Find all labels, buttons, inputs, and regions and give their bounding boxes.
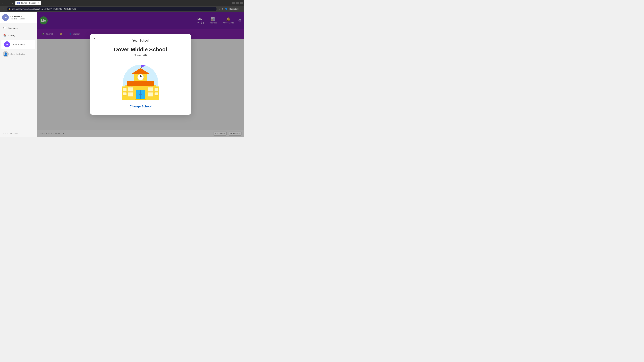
incognito-button[interactable]: Incognito bbox=[229, 8, 238, 10]
bookmark-button[interactable]: ☆ bbox=[218, 8, 220, 10]
close-window-button[interactable] bbox=[240, 2, 243, 4]
modal-school-name: Dover Middle School bbox=[114, 46, 167, 53]
sidebar-user-info: Lauren Deli Teacher · 1 Class bbox=[10, 15, 35, 20]
messages-icon: 💬 bbox=[3, 26, 7, 30]
svg-point-14 bbox=[139, 94, 140, 95]
lock-icon: 🔒 bbox=[9, 8, 11, 10]
extensions-button[interactable]: ⧉ bbox=[222, 8, 224, 10]
home-button[interactable]: ⌂ bbox=[2, 7, 5, 11]
tab-close-button[interactable]: ✕ bbox=[38, 2, 39, 4]
sidebar-user-role: Teacher · 1 Class bbox=[10, 18, 35, 20]
sidebar-user-name: Lauren Deli bbox=[10, 15, 35, 18]
url-text: app.seesaw.me/#/class/class.e01bf4c2-9a2… bbox=[12, 8, 76, 10]
new-tab-button[interactable]: + bbox=[43, 1, 44, 4]
student-avatar: 👤 bbox=[3, 51, 9, 57]
browser-tab[interactable]: S Journal - Seesaw ✕ bbox=[16, 1, 41, 5]
modal-school-location: Dover, AR bbox=[134, 54, 147, 57]
main-content: Mo Mo oodjoy 📊 Progress 🔔 Notifications … bbox=[37, 12, 244, 137]
tab-title: Journal - Seesaw bbox=[21, 2, 36, 4]
menu-button[interactable]: ⋮ bbox=[240, 8, 242, 10]
sidebar-footer: This is our class! bbox=[0, 130, 37, 137]
your-school-modal: × Your School Dover Middle School Dover,… bbox=[90, 34, 191, 115]
change-school-link[interactable]: Change School bbox=[130, 105, 152, 108]
maximize-button[interactable] bbox=[236, 2, 239, 4]
sample-student-item[interactable]: 👤 Sample Studen... bbox=[0, 50, 37, 58]
svg-rect-22 bbox=[154, 88, 158, 91]
modal-close-button[interactable]: × bbox=[94, 37, 96, 40]
svg-rect-16 bbox=[128, 87, 133, 91]
svg-rect-17 bbox=[128, 92, 133, 96]
window-controls bbox=[232, 2, 243, 4]
back-button[interactable]: ← bbox=[1, 1, 5, 5]
svg-rect-24 bbox=[135, 99, 146, 100]
svg-rect-23 bbox=[154, 92, 158, 95]
sample-student-name: Sample Studen... bbox=[10, 53, 27, 55]
modal-title: Your School bbox=[132, 39, 148, 42]
svg-rect-19 bbox=[148, 92, 153, 96]
class-journal-avatar: Mo bbox=[4, 41, 10, 47]
svg-point-15 bbox=[141, 94, 142, 95]
refresh-button[interactable]: ↻ bbox=[11, 1, 14, 5]
modal-overlay[interactable]: × Your School Dover Middle School Dover,… bbox=[37, 12, 244, 137]
forward-button[interactable]: → bbox=[6, 1, 10, 5]
sidebar-header: LD Lauren Deli Teacher · 1 Class bbox=[0, 12, 37, 23]
library-nav-item[interactable]: 📚 Library bbox=[0, 32, 37, 39]
svg-rect-18 bbox=[148, 87, 153, 91]
school-illustration bbox=[117, 60, 164, 101]
user-avatar: LD bbox=[2, 14, 9, 21]
class-journal-item[interactable]: Mo Class Journal bbox=[1, 40, 36, 49]
browser-chrome: ← → ↻ S Journal - Seesaw ✕ + bbox=[0, 0, 244, 6]
address-bar: ⌂ 🔒 app.seesaw.me/#/class/class.e01bf4c2… bbox=[0, 6, 244, 12]
profile-button[interactable]: 👤 bbox=[225, 8, 228, 10]
library-icon: 📚 bbox=[3, 33, 7, 37]
tab-favicon: S bbox=[18, 2, 20, 4]
messages-nav-item[interactable]: 💬 Messages bbox=[0, 24, 37, 32]
app-layout: LD Lauren Deli Teacher · 1 Class 💬 Messa… bbox=[0, 12, 244, 137]
library-label: Library bbox=[8, 34, 15, 37]
sidebar-nav: 💬 Messages 📚 Library Mo Class Journal 👤 … bbox=[0, 23, 37, 60]
svg-rect-21 bbox=[123, 92, 126, 95]
browser-actions: ☆ ⧉ 👤 Incognito ⋮ bbox=[218, 8, 242, 10]
minimize-button[interactable] bbox=[232, 2, 235, 4]
class-journal-label: Class Journal bbox=[12, 43, 25, 46]
footer-text: This is our class! bbox=[3, 132, 18, 135]
sidebar: LD Lauren Deli Teacher · 1 Class 💬 Messa… bbox=[0, 12, 37, 137]
url-bar[interactable]: 🔒 app.seesaw.me/#/class/class.e01bf4c2-9… bbox=[7, 7, 216, 11]
svg-rect-20 bbox=[123, 88, 126, 91]
messages-label: Messages bbox=[8, 27, 18, 29]
svg-rect-4 bbox=[127, 81, 154, 86]
